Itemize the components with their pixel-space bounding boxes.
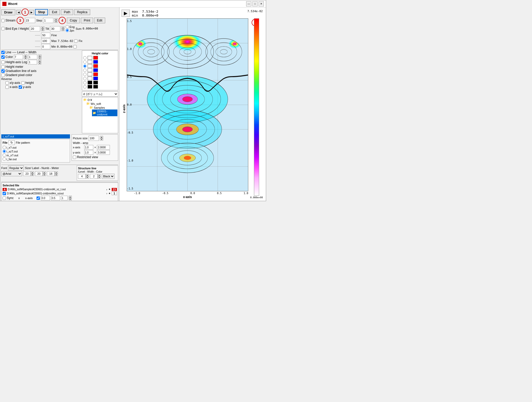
label-up[interactable]: ▲ — [43, 171, 46, 174]
height-log-down[interactable]: ▼ — [38, 62, 41, 64]
x-check-a[interactable] — [37, 196, 40, 200]
tree-item-drive[interactable]: 📁 D:¥ — [83, 98, 117, 102]
exit-button[interactable]: Exit — [49, 9, 60, 15]
x-amp-val2[interactable] — [97, 145, 110, 150]
font-name-select[interactable]: @Arial — [1, 171, 22, 176]
xy-axis-checkbox[interactable] — [5, 81, 9, 85]
hcolor-radio-4[interactable] — [83, 69, 87, 72]
draw-button[interactable]: Draw — [1, 9, 15, 15]
arrow-left-icon[interactable]: ◀ — [16, 10, 21, 14]
pattern-radio-ifar[interactable] — [3, 157, 6, 161]
stop-button[interactable]: Stop — [35, 9, 48, 15]
height-log-up[interactable]: ▲ — [38, 60, 41, 62]
line-checkbox-label[interactable]: Line ---- Level -- Width — [1, 50, 36, 54]
arrow-right-icon[interactable]: ▶ — [29, 10, 34, 14]
stream-value-input[interactable] — [25, 18, 35, 23]
font-style-select[interactable]: Regular — [8, 165, 24, 171]
jpn-radio-label[interactable]: Jpn — [66, 29, 75, 32]
struct-level-down[interactable]: ▼ — [86, 176, 89, 179]
color-swatch-white-6[interactable] — [88, 77, 92, 80]
size-down[interactable]: ▼ — [31, 174, 34, 176]
print-button[interactable]: Print — [81, 18, 93, 23]
color-swatch-red-1[interactable] — [93, 56, 98, 60]
tree-item-samples[interactable]: 📁 Samples — [89, 106, 117, 109]
bird-eye-checkbox-label[interactable]: Bird Eye / Height — [1, 27, 29, 31]
bird-height-input[interactable] — [30, 26, 40, 31]
step-value-input[interactable] — [43, 18, 53, 23]
x-step-a[interactable] — [61, 196, 68, 200]
height-rev-checkbox[interactable] — [21, 81, 25, 85]
bird-height-up[interactable]: ▲ — [41, 26, 44, 29]
eng-radio[interactable] — [66, 25, 69, 28]
path-button[interactable]: Path — [61, 9, 73, 15]
max-fix-checkbox[interactable] — [74, 39, 77, 43]
color-swatch-white-3[interactable] — [88, 64, 92, 68]
gradient-checkbox[interactable] — [1, 74, 5, 77]
height-log-input[interactable] — [28, 60, 37, 64]
struct-width-down[interactable]: ▼ — [98, 176, 101, 179]
color-swatch-red-5[interactable] — [93, 72, 98, 76]
eng-radio-label[interactable]: Eng — [66, 25, 75, 28]
file-b-checkbox[interactable] — [3, 192, 6, 195]
jpn-radio[interactable] — [66, 29, 69, 32]
height-meter-checkbox[interactable] — [1, 65, 5, 69]
pattern-radio-3[interactable]: m_x?.out — [3, 154, 18, 157]
minimize-button[interactable]: — — [246, 1, 251, 6]
tree-item-230601[interactable]: 📁 230601-cnt&mnt — [92, 109, 117, 116]
file-a-arrow[interactable]: › — [106, 188, 107, 191]
y-axis-rev-checkbox[interactable] — [19, 85, 22, 89]
copy-button[interactable]: Copy — [67, 18, 80, 23]
hcolor-radio-5[interactable] — [83, 73, 87, 76]
play-button[interactable]: ▶ — [122, 10, 130, 17]
tilt-down[interactable]: ▼ — [61, 29, 65, 31]
pattern-radio-1[interactable]: i_x?.out — [3, 146, 17, 149]
min-fix-checkbox[interactable] — [73, 45, 77, 48]
color-swatch-black-7b[interactable] — [93, 81, 98, 84]
edit-button[interactable]: Edit — [94, 18, 105, 23]
height-axis-log-label[interactable]: Height-axis Log — [1, 60, 27, 64]
color-swatch-white-5[interactable] — [88, 72, 92, 76]
gradient-label[interactable]: Gradient pixel color — [1, 73, 32, 77]
x-axis-label[interactable]: x-axis — [5, 85, 18, 89]
color-checkbox[interactable] — [1, 55, 5, 59]
hcolor-radio-7[interactable] — [83, 81, 87, 84]
x-step-up-a[interactable]: ▲ — [69, 196, 72, 198]
struct-level-input[interactable] — [78, 174, 86, 179]
replica-button[interactable]: Replica — [74, 9, 90, 15]
label-down[interactable]: ▼ — [43, 174, 46, 176]
maximize-button[interactable]: □ — [252, 1, 258, 6]
file-a-star[interactable]: ✦ — [108, 188, 111, 191]
hcolor-radio-8[interactable] — [83, 85, 87, 89]
tree-item-ws-soft[interactable]: 📁 Ws_soft — [86, 102, 117, 106]
struct-width-input[interactable] — [90, 174, 98, 179]
tilt-value-input[interactable] — [50, 26, 60, 31]
hcolor-radio-1[interactable] — [83, 56, 87, 60]
color-checkbox-label[interactable]: Color — [1, 55, 13, 59]
struct-width-up[interactable]: ▲ — [98, 174, 101, 176]
color-width-up[interactable]: ▲ — [38, 55, 41, 57]
x-axis-checkbox[interactable] — [5, 85, 9, 89]
x-amp-val1[interactable] — [84, 145, 93, 150]
restricted-label[interactable]: Restricted view — [73, 155, 98, 159]
hcolor-radio-3[interactable] — [83, 64, 87, 68]
file-b-star[interactable]: ✦ — [108, 192, 111, 195]
refresh-button[interactable]: ↻ — [9, 140, 15, 145]
color-val-up[interactable]: ▲ — [24, 55, 27, 57]
step-up-button[interactable]: ▲ — [54, 18, 58, 20]
pattern-radio-mx[interactable] — [3, 154, 6, 157]
max-percent-input[interactable] — [41, 38, 50, 43]
pic-size-down[interactable]: ▼ — [100, 138, 103, 141]
y-amp-val2[interactable] — [97, 150, 110, 155]
graduation-checkbox[interactable] — [1, 69, 5, 73]
pattern-radio-2[interactable]: i_xzT.out — [3, 150, 18, 153]
numb-input[interactable] — [47, 171, 55, 176]
pattern-radio-4[interactable]: i_far.out — [3, 157, 17, 161]
height-rev-label[interactable]: height — [21, 81, 34, 85]
pattern-radio-ixz[interactable] — [3, 150, 6, 153]
x-from-a[interactable] — [41, 196, 50, 200]
color-value-input[interactable] — [14, 55, 23, 59]
color-swatch-black-8a[interactable] — [88, 85, 92, 89]
graduation-label[interactable]: Graduation line of axis — [1, 69, 36, 73]
size-up[interactable]: ▲ — [31, 171, 34, 174]
y-axis-rev-label[interactable]: y-axis — [19, 85, 31, 89]
